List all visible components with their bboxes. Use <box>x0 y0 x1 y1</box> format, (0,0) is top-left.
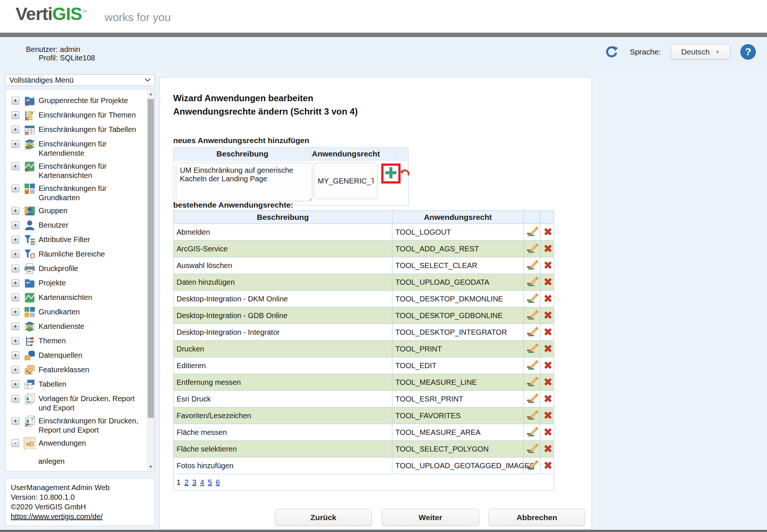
sidebar-item-anwendungen[interactable]: -wDAnwendungen <box>10 437 144 449</box>
sidebar-item-grundkarten[interactable]: +Grundkarten <box>10 306 144 318</box>
expand-icon[interactable]: + <box>11 140 19 148</box>
edit-pencil-icon[interactable] <box>524 291 540 307</box>
add-right-heading: neues Anwendungsrecht hinzufügen <box>173 136 309 145</box>
edit-pencil-icon[interactable] <box>524 357 540 374</box>
delete-x-icon[interactable]: ✖ <box>540 374 554 391</box>
sidebar-item-einschraenkungen-kartendienste[interactable]: +✓✕Einschränkungen für Kartendienste <box>10 138 144 158</box>
pagination-page-link[interactable]: 4 <box>200 478 204 486</box>
edit-pencil-icon[interactable] <box>524 407 540 424</box>
sidebar-item-gruppen[interactable]: +Gruppen <box>10 205 144 217</box>
delete-x-icon[interactable]: ✖ <box>540 291 554 307</box>
sidebar-item-benutzer[interactable]: +Benutzer <box>10 219 144 231</box>
expand-icon[interactable]: + <box>11 395 19 403</box>
expand-icon[interactable]: + <box>11 417 19 425</box>
sidebar-item-themen[interactable]: +Themen <box>10 335 144 347</box>
delete-x-icon[interactable]: ✖ <box>540 357 554 374</box>
delete-x-icon[interactable]: ✖ <box>540 391 554 407</box>
edit-pencil-icon[interactable] <box>524 324 540 341</box>
sidebar-item-featureklassen[interactable]: +Featureklassen <box>10 364 144 376</box>
sidebar-item-datenquellen[interactable]: +Datenquellen <box>10 350 144 361</box>
delete-x-icon[interactable]: ✖ <box>540 224 554 241</box>
delete-x-icon[interactable]: ✖ <box>540 307 554 324</box>
sidebar-item-label: Themen <box>39 335 66 346</box>
edit-pencil-icon[interactable] <box>524 307 540 324</box>
application-right-input[interactable] <box>314 163 378 199</box>
back-button[interactable]: Zurück <box>275 509 372 526</box>
expand-icon[interactable]: + <box>11 250 19 258</box>
expand-icon[interactable]: + <box>11 337 19 345</box>
delete-x-icon[interactable]: ✖ <box>540 424 554 441</box>
help-icon[interactable]: ? <box>740 44 756 60</box>
delete-x-icon[interactable]: ✖ <box>540 407 554 424</box>
expand-icon[interactable]: + <box>11 97 19 105</box>
delete-x-icon[interactable]: ✖ <box>540 341 554 357</box>
refresh-icon[interactable] <box>604 44 620 60</box>
sidebar-item-gruppenrechte-projekte[interactable]: +✓✕Gruppenrechte für Projekte <box>10 95 144 107</box>
delete-x-icon[interactable]: ✖ <box>540 441 554 457</box>
language-dropdown[interactable]: Deutsch ▼ <box>671 44 731 60</box>
pagination-page-link[interactable]: 6 <box>216 478 220 486</box>
expand-icon[interactable]: + <box>11 308 19 316</box>
edit-pencil-icon[interactable] <box>524 257 540 274</box>
expand-icon[interactable]: + <box>11 265 19 272</box>
sidebar-item-einschraenkungen-kartenansichten[interactable]: +✓✕Einschränkungen für Kartenansichten <box>10 161 144 180</box>
scroll-up-icon[interactable]: ▲ <box>147 89 155 98</box>
delete-x-icon[interactable]: ✖ <box>540 457 554 474</box>
tree-scrollbar[interactable]: ▲ ▼ <box>147 89 155 471</box>
row-application-right: TOOL_DESKTOP_DKMONLINE <box>392 291 524 307</box>
next-button[interactable]: Weiter <box>382 509 479 526</box>
add-plus-icon[interactable] <box>384 174 398 181</box>
pagination-page-link[interactable]: 5 <box>208 478 212 486</box>
edit-pencil-icon[interactable] <box>524 341 540 357</box>
expand-icon[interactable]: + <box>11 185 19 192</box>
sidebar-item-vorlagen-drucken-report-export[interactable]: +Vorlagen für Drucken, Report und Export <box>10 393 144 413</box>
sidebar-subitem-anlegen[interactable]: anlegen <box>10 456 144 466</box>
expand-icon[interactable]: + <box>11 279 19 287</box>
description-textarea[interactable]: UM Einschränkung auf generische Kacheln … <box>176 163 312 201</box>
sidebar-item-druckprofile[interactable]: +Druckprofile <box>10 263 144 275</box>
sidebar-item-attributive-filter[interactable]: +Attributive Filter <box>10 234 144 246</box>
table-row: Favoriten/LesezeichenTOOL_FAVORITES✖ <box>174 407 554 424</box>
undo-icon[interactable] <box>398 166 411 180</box>
sidebar-item-kartendienste[interactable]: +Kartendienste <box>10 321 144 333</box>
menu-mode-select[interactable]: Vollständiges Menü <box>5 74 155 86</box>
delete-x-icon[interactable]: ✖ <box>540 324 554 341</box>
expand-icon[interactable]: + <box>11 221 19 229</box>
sidebar-item-raeumliche-bereiche[interactable]: +Räumliche Bereiche <box>10 248 144 260</box>
expand-icon[interactable]: + <box>11 111 19 119</box>
row-application-right: TOOL_PRINT <box>392 341 524 357</box>
cancel-button[interactable]: Abbrechen <box>488 509 585 526</box>
expand-icon[interactable]: + <box>11 126 19 133</box>
edit-pencil-icon[interactable] <box>524 274 540 291</box>
sidebar-item-tabellen[interactable]: +Tabellen <box>10 379 144 390</box>
sidebar-item-kartenansichten[interactable]: +Kartenansichten <box>10 292 144 304</box>
edit-pencil-icon[interactable] <box>524 374 540 391</box>
expand-icon[interactable]: + <box>11 236 19 244</box>
edit-pencil-icon[interactable] <box>524 441 540 457</box>
sidebar-item-einschraenkungen-themen[interactable]: +✓✕Einschränkungen für Themen <box>10 109 144 121</box>
sidebar-item-projekte[interactable]: +Projekte <box>10 277 144 289</box>
pagination-page-link[interactable]: 2 <box>184 478 188 486</box>
edit-pencil-icon[interactable] <box>524 224 540 241</box>
sidebar-item-einschraenkungen-grundkarten[interactable]: +✓✕Einschränkungen für Grundkarten <box>10 183 144 202</box>
pagination-page-link[interactable]: 3 <box>192 478 196 486</box>
expand-icon[interactable]: + <box>11 207 19 215</box>
scroll-down-icon[interactable]: ▼ <box>147 462 155 471</box>
sidebar-item-einschraenkungen-tabellen[interactable]: +✓✕Einschränkungen für Tabellen <box>10 124 144 136</box>
scrollbar-thumb[interactable] <box>148 99 154 418</box>
delete-x-icon[interactable]: ✖ <box>540 257 554 274</box>
collapse-icon[interactable]: - <box>11 439 19 447</box>
edit-pencil-icon[interactable] <box>524 424 540 441</box>
expand-icon[interactable]: + <box>11 366 19 374</box>
edit-pencil-icon[interactable] <box>524 241 540 257</box>
delete-x-icon[interactable]: ✖ <box>540 274 554 291</box>
expand-icon[interactable]: + <box>11 380 19 388</box>
delete-x-icon[interactable]: ✖ <box>540 241 554 257</box>
vertigis-link[interactable]: https://www.vertigis.com/de/ <box>11 512 103 521</box>
expand-icon[interactable]: + <box>11 323 19 330</box>
expand-icon[interactable]: + <box>11 294 19 301</box>
expand-icon[interactable]: + <box>11 162 19 170</box>
expand-icon[interactable]: + <box>11 351 19 359</box>
edit-pencil-icon[interactable] <box>524 391 540 407</box>
sidebar-item-einschraenkungen-drucken-report-export[interactable]: +✓✕Einschränkungen für Drucken, Report u… <box>10 415 144 435</box>
